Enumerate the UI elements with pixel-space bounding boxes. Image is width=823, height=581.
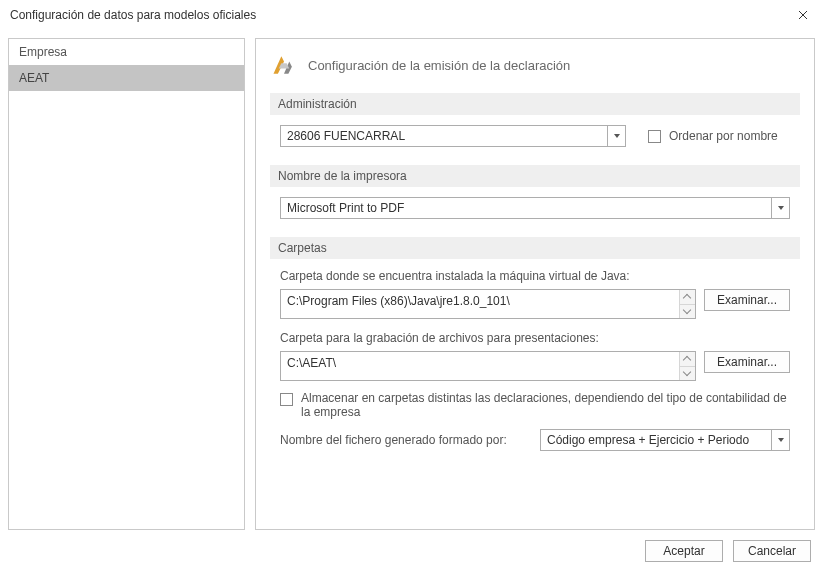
caret-down-icon [778, 438, 784, 442]
present-folder-value: C:\AEAT\ [281, 352, 679, 380]
section-header-impresora: Nombre de la impresora [270, 165, 800, 187]
filename-format-dropdown[interactable]: Código empresa + Ejercicio + Periodo [540, 429, 790, 451]
present-folder-browse-button[interactable]: Examinar... [704, 351, 790, 373]
section-header-carpetas: Carpetas [270, 237, 800, 259]
admin-dropdown-button[interactable] [607, 126, 625, 146]
ok-button[interactable]: Aceptar [645, 540, 723, 562]
present-folder-input[interactable]: C:\AEAT\ [280, 351, 696, 381]
printer-dropdown[interactable]: Microsoft Print to PDF [280, 197, 790, 219]
present-folder-spin-up[interactable] [680, 352, 695, 366]
section-administracion: Administración 28606 FUENCARRAL Ordenar … [270, 93, 800, 147]
sort-by-name-label: Ordenar por nombre [669, 129, 778, 143]
page-header: Configuración de la emisión de la declar… [270, 51, 800, 79]
aeat-logo-icon [270, 51, 298, 79]
printer-dropdown-button[interactable] [771, 198, 789, 218]
sidebar-item-aeat[interactable]: AEAT [9, 65, 244, 91]
title-bar: Configuración de datos para modelos ofic… [0, 0, 823, 30]
caret-down-icon [614, 134, 620, 138]
chevron-up-icon [683, 356, 691, 364]
sort-by-name-checkbox[interactable] [648, 130, 661, 143]
sidebar: Empresa AEAT [8, 38, 245, 530]
filename-format-dropdown-button[interactable] [771, 430, 789, 450]
browse-button-label: Examinar... [717, 293, 777, 307]
section-impresora: Nombre de la impresora Microsoft Print t… [270, 165, 800, 219]
window-title: Configuración de datos para modelos ofic… [10, 8, 791, 22]
java-folder-input[interactable]: C:\Program Files (x86)\Java\jre1.8.0_101… [280, 289, 696, 319]
admin-dropdown[interactable]: 28606 FUENCARRAL [280, 125, 626, 147]
java-folder-value: C:\Program Files (x86)\Java\jre1.8.0_101… [281, 290, 679, 318]
filename-format-value: Código empresa + Ejercicio + Periodo [541, 433, 771, 447]
admin-dropdown-value: 28606 FUENCARRAL [281, 129, 607, 143]
split-folders-checkbox[interactable] [280, 393, 293, 406]
java-folder-spin-up[interactable] [680, 290, 695, 304]
split-folders-label: Almacenar en carpetas distintas las decl… [301, 391, 790, 419]
java-folder-label: Carpeta donde se encuentra instalada la … [280, 269, 790, 283]
sidebar-item-label: Empresa [19, 45, 67, 59]
present-folder-label: Carpeta para la grabación de archivos pa… [280, 331, 790, 345]
chevron-up-icon [683, 294, 691, 302]
printer-dropdown-value: Microsoft Print to PDF [281, 201, 771, 215]
section-carpetas: Carpetas Carpeta donde se encuentra inst… [270, 237, 800, 451]
dialog-footer: Aceptar Cancelar [0, 530, 823, 572]
present-folder-spin-down[interactable] [680, 366, 695, 381]
java-folder-browse-button[interactable]: Examinar... [704, 289, 790, 311]
close-icon [798, 10, 808, 20]
filename-format-label: Nombre del fichero generado formado por: [280, 433, 507, 447]
chevron-down-icon [683, 306, 691, 314]
page-title: Configuración de la emisión de la declar… [308, 58, 570, 73]
close-button[interactable] [791, 3, 815, 27]
section-header-administracion: Administración [270, 93, 800, 115]
sidebar-item-empresa[interactable]: Empresa [9, 39, 244, 65]
java-folder-spin-down[interactable] [680, 304, 695, 319]
cancel-button[interactable]: Cancelar [733, 540, 811, 562]
caret-down-icon [778, 206, 784, 210]
sidebar-item-label: AEAT [19, 71, 49, 85]
ok-button-label: Aceptar [663, 544, 704, 558]
cancel-button-label: Cancelar [748, 544, 796, 558]
main-panel: Configuración de la emisión de la declar… [255, 38, 815, 530]
browse-button-label: Examinar... [717, 355, 777, 369]
chevron-down-icon [683, 368, 691, 376]
